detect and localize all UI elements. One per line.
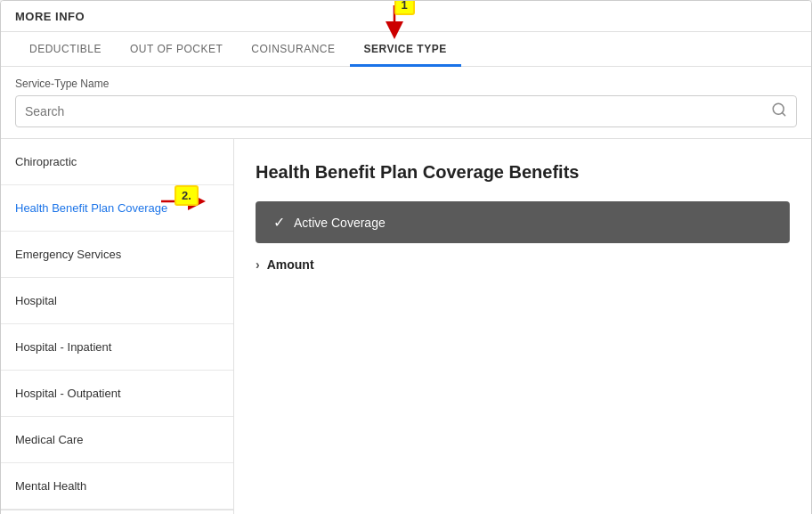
window-title: MORE INFO	[15, 10, 85, 23]
list-item-hospital-outpatient[interactable]: Hospital - Outpatient	[1, 371, 233, 417]
tab-out-of-pocket[interactable]: OUT OF POCKET	[116, 32, 237, 66]
chevron-right-icon: ›	[256, 257, 260, 272]
search-label: Service-Type Name	[15, 78, 797, 90]
pagination-bar: ← →	[1, 510, 233, 514]
list-item-emergency-services[interactable]: Emergency Services	[1, 232, 233, 278]
sidebar-list: Chiropractic Health Benefit Plan Coverag…	[1, 139, 234, 514]
annotation-badge-1: 1	[394, 0, 416, 15]
list-item-medical-care[interactable]: Medical Care	[1, 417, 233, 463]
main-window: MORE INFO DEDUCTIBLE OUT OF POCKET COINS…	[0, 0, 812, 514]
svg-line-3	[782, 112, 784, 115]
tabs-bar: DEDUCTIBLE OUT OF POCKET COINSURANCE SER…	[1, 32, 811, 67]
tab-deductible[interactable]: DEDUCTIBLE	[15, 32, 116, 66]
annotation-badge-2: 2.	[175, 185, 199, 206]
amount-row[interactable]: › Amount	[256, 257, 790, 272]
list-item-mental-health[interactable]: Mental Health	[1, 463, 233, 510]
list-item-chiropractic[interactable]: Chiropractic	[1, 139, 233, 185]
list-item-health-benefit-plan-coverage[interactable]: Health Benefit Plan Coverage 2.	[1, 185, 233, 232]
benefit-title: Health Benefit Plan Coverage Benefits	[256, 160, 790, 184]
amount-label: Amount	[267, 257, 314, 272]
search-input[interactable]	[25, 104, 771, 118]
list-item-hospital-inpatient[interactable]: Hospital - Inpatient	[1, 324, 233, 371]
search-icon	[771, 102, 787, 121]
check-icon: ✓	[273, 214, 285, 231]
active-coverage-bar: ✓ Active Coverage	[256, 201, 790, 243]
active-coverage-label: Active Coverage	[294, 216, 386, 230]
right-panel: Health Benefit Plan Coverage Benefits ✓ …	[234, 139, 811, 514]
list-item-hospital[interactable]: Hospital	[1, 278, 233, 324]
search-area: Service-Type Name	[1, 67, 811, 139]
tab-service-type[interactable]: SERVICE TYPE 1	[350, 32, 461, 66]
tab-coinsurance[interactable]: COINSURANCE	[237, 32, 349, 66]
search-input-wrap	[15, 95, 797, 127]
main-content: Chiropractic Health Benefit Plan Coverag…	[1, 139, 811, 514]
